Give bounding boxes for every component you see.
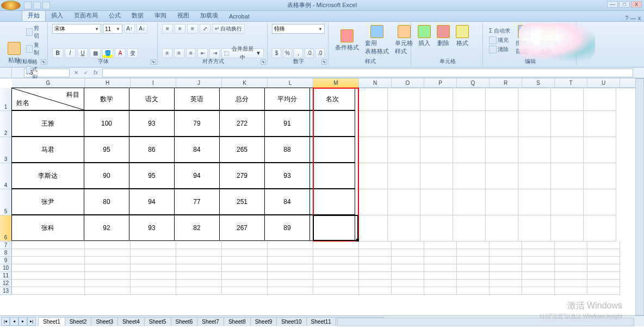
cell-R4[interactable] (486, 163, 518, 189)
tab-加载项[interactable]: 加载项 (195, 10, 224, 21)
tab-数据[interactable]: 数据 (126, 10, 149, 21)
orientation-button[interactable]: ⤢ (200, 24, 210, 34)
cell-U4[interactable] (584, 163, 616, 189)
cell-U3[interactable] (584, 137, 616, 163)
cell-I8[interactable] (131, 249, 176, 257)
conditional-format-button[interactable]: 条件格式 (333, 28, 361, 53)
cell-L4[interactable]: 93 (264, 163, 310, 189)
cell-U2[interactable] (584, 111, 616, 137)
fx-icon[interactable]: fx (91, 69, 100, 77)
cell-M13[interactable] (313, 287, 359, 295)
cell-L12[interactable] (268, 280, 313, 287)
cell-K4[interactable]: 279 (219, 163, 265, 189)
cell-M11[interactable] (313, 272, 359, 280)
align-bottom-button[interactable]: ≡ (187, 24, 198, 34)
cell-K7[interactable] (222, 242, 268, 249)
number-format-combo[interactable]: 特殊▼ (272, 24, 325, 34)
align-middle-button[interactable]: ≡ (175, 24, 185, 34)
percent-button[interactable]: % (283, 48, 292, 58)
cell-R11[interactable] (490, 272, 522, 280)
cell-G6[interactable]: 张科 (11, 215, 84, 241)
cell-Q7[interactable] (457, 242, 490, 249)
cell-Q4[interactable] (453, 163, 486, 189)
cell-J10[interactable] (176, 264, 222, 272)
cell-U13[interactable] (587, 287, 620, 295)
cell-P7[interactable] (424, 242, 457, 249)
fill-color-button[interactable]: 🪣 (102, 48, 113, 58)
copy-button[interactable]: 复制 (24, 41, 44, 57)
cell-L3[interactable]: 88 (264, 137, 310, 163)
cell-U11[interactable] (587, 272, 620, 280)
cell-O11[interactable] (392, 272, 424, 280)
cell-M12[interactable] (313, 280, 359, 287)
col-header-I[interactable]: I (131, 78, 176, 88)
col-header-R[interactable]: R (490, 78, 522, 88)
sheet-nav-first[interactable]: |◂ (1, 317, 10, 326)
cell-R6[interactable] (486, 215, 518, 242)
tab-Acrobat[interactable]: Acrobat (224, 11, 255, 21)
cell-Q10[interactable] (457, 264, 490, 272)
cell-K9[interactable] (222, 257, 268, 264)
cell-O6[interactable] (388, 215, 420, 242)
cell-I1[interactable]: 语文 (129, 88, 175, 110)
cell-T5[interactable] (551, 189, 584, 215)
row-header-1[interactable]: 1 (0, 88, 12, 111)
cell-U12[interactable] (587, 280, 620, 287)
cell-Q12[interactable] (457, 280, 490, 287)
cell-Q8[interactable] (457, 249, 490, 257)
cell-S6[interactable] (518, 215, 551, 242)
comma-button[interactable]: , (294, 48, 303, 58)
number-dialog-launcher[interactable]: ⬊ (321, 59, 327, 65)
cell-J7[interactable] (176, 242, 222, 249)
cell-I10[interactable] (131, 264, 176, 272)
decrease-decimal-button[interactable]: .0 (315, 48, 325, 58)
cell-I11[interactable] (131, 272, 176, 280)
cell-R3[interactable] (486, 137, 518, 163)
cell-G11[interactable] (12, 272, 85, 280)
cell-I7[interactable] (131, 242, 176, 249)
formula-input[interactable] (102, 69, 633, 77)
cell-M9[interactable] (313, 257, 359, 264)
col-header-S[interactable]: S (522, 78, 555, 88)
merge-center-button[interactable]: ⬚合并后居中▼ (221, 48, 264, 58)
cell-H5[interactable]: 80 (84, 189, 129, 215)
cell-P9[interactable] (424, 257, 457, 264)
cell-H4[interactable]: 90 (84, 163, 129, 189)
cell-J12[interactable] (176, 280, 222, 287)
sheet-tab-Sheet1[interactable]: Sheet1 (38, 317, 65, 326)
cut-button[interactable]: 剪切 (24, 24, 44, 40)
cell-U6[interactable] (584, 215, 616, 242)
cell-G2[interactable]: 王雅 (11, 110, 84, 137)
autosum-button[interactable]: Σ 自动求 (487, 27, 512, 35)
cell-N6[interactable] (355, 215, 388, 242)
sheet-tab-Sheet7[interactable]: Sheet7 (197, 317, 224, 326)
tab-公式[interactable]: 公式 (103, 10, 126, 21)
font-size-combo[interactable]: 11▼ (103, 24, 122, 34)
cell-G12[interactable] (12, 280, 85, 287)
cell-I9[interactable] (131, 257, 176, 264)
shrink-font-button[interactable]: A↓ (137, 24, 147, 34)
col-header-U[interactable]: U (587, 78, 620, 88)
cell-L7[interactable] (268, 242, 313, 249)
sheet-tab-Sheet9[interactable]: Sheet9 (250, 317, 277, 326)
cell-S3[interactable] (518, 137, 551, 163)
cell-T10[interactable] (555, 264, 587, 272)
cell-L13[interactable] (268, 287, 313, 295)
cell-G5[interactable]: 张尹 (11, 189, 84, 215)
cell-R10[interactable] (490, 264, 522, 272)
tab-审阅[interactable]: 审阅 (149, 10, 172, 21)
cell-O2[interactable] (388, 111, 420, 137)
cell-K2[interactable]: 272 (219, 110, 265, 137)
format-table-button[interactable]: 套用 表格格式 (363, 24, 391, 57)
sub-min-icon[interactable]: — (630, 15, 636, 21)
cell-styles-button[interactable]: 单元格 样式 (393, 24, 415, 57)
sheet-tab-Sheet4[interactable]: Sheet4 (117, 317, 145, 326)
cell-T6[interactable] (551, 215, 584, 242)
cell-I2[interactable]: 93 (129, 110, 175, 137)
cell-P2[interactable] (420, 111, 453, 137)
cell-I3[interactable]: 86 (129, 137, 175, 163)
cell-O9[interactable] (392, 257, 424, 264)
cell-S7[interactable] (522, 242, 555, 249)
cell-P3[interactable] (420, 137, 453, 163)
delete-cells-button[interactable]: 删除 (435, 24, 452, 48)
